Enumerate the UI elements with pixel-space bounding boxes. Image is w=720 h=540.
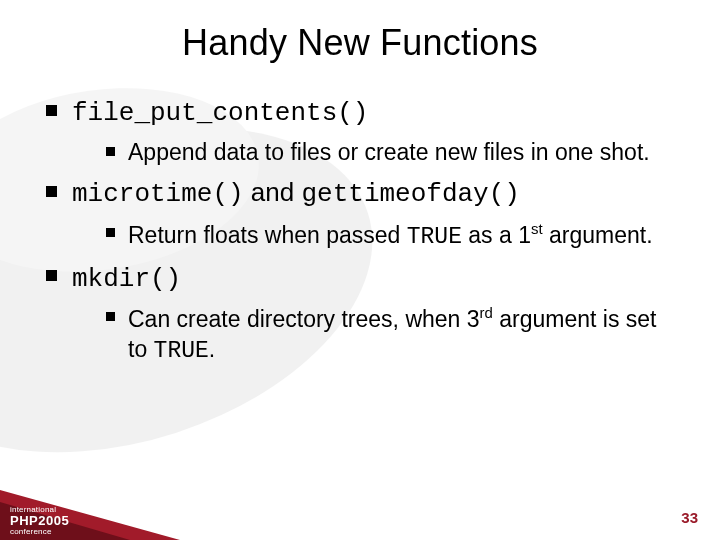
code-text: TRUE [407, 223, 462, 249]
ordinal-suffix: st [531, 220, 543, 237]
body-text: as a 1 [462, 221, 531, 247]
body-text: Append data to files or create new files… [128, 139, 650, 165]
bullet-item-2: microtime() and gettimeofday() Return fl… [46, 175, 680, 251]
bullet-item-1: file_put_contents() Append data to files… [46, 94, 680, 167]
sub-bullet-list: Append data to files or create new files… [72, 137, 680, 167]
ordinal-suffix: rd [480, 304, 493, 321]
body-text: and [244, 177, 302, 207]
body-text: . [209, 336, 215, 362]
bullet-item-3: mkdir() Can create directory trees, when… [46, 260, 680, 366]
code-text: gettimeofday() [301, 179, 519, 209]
sub-bullet-list: Can create directory trees, when 3rd arg… [72, 303, 680, 366]
code-text: TRUE [154, 338, 209, 364]
bullet-list: file_put_contents() Append data to files… [40, 94, 680, 366]
code-text: file_put_contents() [72, 98, 368, 128]
body-text: Return floats when passed [128, 221, 407, 247]
body-text: Can create directory trees, when 3 [128, 305, 480, 331]
sub-bullet-item: Can create directory trees, when 3rd arg… [106, 303, 680, 366]
sub-bullet-list: Return floats when passed TRUE as a 1st … [72, 219, 680, 252]
code-text: mkdir() [72, 264, 181, 294]
sub-bullet-item: Return floats when passed TRUE as a 1st … [106, 219, 680, 252]
code-text: microtime() [72, 179, 244, 209]
sub-bullet-item: Append data to files or create new files… [106, 137, 680, 167]
slide-title: Handy New Functions [40, 22, 680, 64]
body-text: argument. [543, 221, 653, 247]
slide: Handy New Functions file_put_contents() … [0, 0, 720, 540]
